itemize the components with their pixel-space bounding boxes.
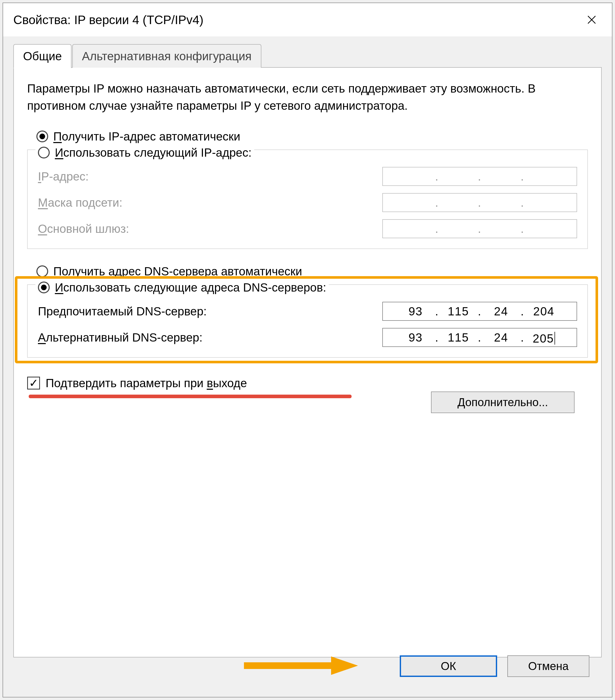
advanced-button[interactable]: Дополнительно... xyxy=(431,391,575,413)
dialog-body: Общие Альтернативная конфигурация Параме… xyxy=(13,44,602,689)
input-dns-alternate[interactable]: 93. 115. 24. 205 xyxy=(382,328,577,347)
radio-ip-auto[interactable]: Получить IP-адрес автоматически xyxy=(36,129,240,143)
input-gateway: . . . xyxy=(382,219,577,238)
label-dns-preferred: Предпочитаемый DNS-сервер: xyxy=(38,304,207,318)
ok-button[interactable]: ОК xyxy=(400,655,497,677)
label-dns-alternate: Альтернативный DNS-сервер: xyxy=(38,330,203,345)
row-dns-preferred: Предпочитаемый DNS-сервер: 93. 115. 24. … xyxy=(38,302,577,321)
label-subnet-mask: Маска подсети: xyxy=(38,196,123,210)
text-caret xyxy=(554,332,555,345)
description-text: Параметры IP можно назначать автоматичес… xyxy=(27,80,588,114)
annotation-arrow-icon xyxy=(241,654,359,677)
radio-icon xyxy=(38,147,50,159)
cancel-button[interactable]: Отмена xyxy=(508,655,589,677)
label-gateway: Основной шлюз: xyxy=(38,222,129,236)
tab-panel-general: Параметры IP можно назначать автоматичес… xyxy=(13,68,602,658)
radio-dns-manual-label: Использовать следующие адреса DNS-сервер… xyxy=(55,280,326,295)
input-dns-preferred[interactable]: 93. 115. 24. 204 xyxy=(382,302,577,321)
ip-group: Использовать следующий IP-адрес: IP-адре… xyxy=(27,150,588,249)
checkmark-icon: ✓ xyxy=(27,377,40,389)
row-dns-alternate: Альтернативный DNS-сервер: 93. 115. 24. … xyxy=(38,328,577,347)
row-ip-address: IP-адрес: . . . xyxy=(38,167,577,186)
window-title: Свойства: IP версии 4 (TCP/IPv4) xyxy=(13,13,204,27)
tab-alternate[interactable]: Альтернативная конфигурация xyxy=(72,44,261,68)
footer-buttons: ОК Отмена xyxy=(400,655,589,677)
label-ip-address: IP-адрес: xyxy=(38,170,89,183)
row-gateway: Основной шлюз: . . . xyxy=(38,219,577,238)
checkbox-validate-label: Подтвердить параметры при выходе xyxy=(46,376,247,390)
titlebar: Свойства: IP версии 4 (TCP/IPv4) xyxy=(3,3,612,36)
close-button[interactable] xyxy=(578,5,606,34)
radio-dns-manual[interactable]: Использовать следующие адреса DNS-сервер… xyxy=(35,280,329,295)
dns-group: Использовать следующие адреса DNS-сервер… xyxy=(27,284,588,358)
radio-ip-manual-label: Использовать следующий IP-адрес: xyxy=(55,146,252,160)
radio-icon xyxy=(38,282,50,293)
radio-icon xyxy=(36,265,48,277)
input-subnet-mask: . . . xyxy=(382,193,577,212)
radio-ip-manual[interactable]: Использовать следующий IP-адрес: xyxy=(35,145,254,160)
tab-general[interactable]: Общие xyxy=(13,44,72,68)
radio-ip-auto-label: Получить IP-адрес автоматически xyxy=(53,129,240,143)
input-ip-address: . . . xyxy=(382,167,577,186)
radio-dns-auto[interactable]: Получить адрес DNS-сервера автоматически xyxy=(36,264,302,278)
close-icon xyxy=(586,14,597,25)
ipv4-properties-dialog: Свойства: IP версии 4 (TCP/IPv4) Общие А… xyxy=(2,2,613,698)
row-subnet-mask: Маска подсети: . . . xyxy=(38,193,577,212)
annotation-underline xyxy=(29,395,351,398)
svg-marker-3 xyxy=(331,657,358,675)
checkbox-validate-on-exit[interactable]: ✓ Подтвердить параметры при выходе xyxy=(27,376,588,390)
radio-icon xyxy=(36,130,48,142)
tab-row: Общие Альтернативная конфигурация xyxy=(13,44,602,68)
radio-dns-auto-label: Получить адрес DNS-сервера автоматически xyxy=(53,264,302,278)
